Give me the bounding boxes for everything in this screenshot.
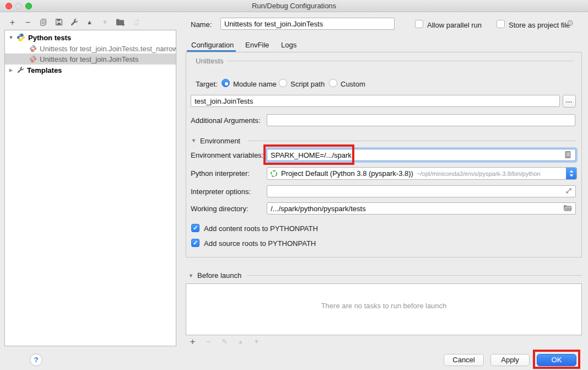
zoom-window-button[interactable]: [25, 3, 32, 9]
tree-item-unittests-test-narrow[interactable]: Unittests for test_join.JoinTests.test_n…: [5, 43, 176, 54]
expand-arrow-icon[interactable]: ▶: [8, 67, 14, 73]
task-move-down-button[interactable]: ▼: [252, 337, 261, 346]
tree-item-label: Python tests: [28, 34, 71, 42]
remove-task-button[interactable]: −: [204, 337, 213, 346]
remove-configuration-button[interactable]: −: [23, 18, 33, 27]
unittests-separator: [227, 61, 573, 61]
cancel-button[interactable]: Cancel: [444, 354, 484, 366]
tree-item-label: Unittests for test_join.JoinTests: [40, 55, 138, 63]
move-up-button[interactable]: ▲: [85, 18, 94, 27]
close-window-button[interactable]: [6, 3, 12, 9]
radio-custom-label: Custom: [341, 80, 365, 88]
copy-configuration-icon[interactable]: [39, 18, 48, 27]
tab-envfile[interactable]: EnvFile: [245, 41, 269, 49]
task-move-up-button[interactable]: ▲: [236, 337, 245, 346]
additional-arguments-input[interactable]: [267, 114, 575, 126]
store-as-project-file-label: Store as project file: [509, 21, 570, 29]
folder-icon[interactable]: [563, 205, 573, 213]
environment-separator: [248, 141, 576, 141]
tree-item-unittests-jointests-selected[interactable]: Unittests for test_join.JoinTests: [5, 53, 176, 65]
add-source-roots-checkbox[interactable]: ✓: [191, 239, 199, 247]
before-launch-empty-text: There are no tasks to run before launch: [186, 302, 581, 310]
before-launch-separator: [247, 275, 582, 276]
before-launch-task-list[interactable]: There are no tasks to run before launch: [186, 283, 582, 335]
radio-script-path-label: Script path: [290, 80, 325, 88]
gear-icon[interactable]: ⚙: [567, 18, 574, 28]
allow-parallel-run-label: Allow parallel run: [427, 21, 482, 29]
add-content-roots-checkbox[interactable]: ✓: [191, 224, 199, 232]
before-launch-section-label: Before launch: [197, 271, 241, 280]
configurations-toolbar: + − ▲ ▼ ↓ az: [8, 17, 141, 28]
allow-parallel-run-checkbox[interactable]: [415, 20, 423, 28]
add-content-roots-label: Add content roots to PYTHONPATH: [204, 224, 318, 233]
python-icon: [17, 33, 25, 42]
browse-button[interactable]: ...: [563, 95, 576, 108]
minimize-window-button[interactable]: [15, 3, 22, 9]
tree-item-templates[interactable]: ▶ Templates: [5, 65, 176, 76]
name-input[interactable]: [220, 18, 395, 30]
target-input[interactable]: [191, 95, 560, 107]
additional-arguments-label: Additional Arguments:: [191, 116, 260, 125]
radio-module-name[interactable]: [222, 79, 230, 87]
env-vars-editor-icon[interactable]: [564, 151, 571, 160]
tree-item-label: Templates: [27, 66, 62, 74]
python-interpreter-label: Python interpreter:: [191, 169, 250, 178]
window-title: Run/Debug Configurations: [252, 2, 336, 10]
environment-section-label: Environment: [200, 137, 240, 145]
collapse-arrow-icon[interactable]: ▼: [8, 35, 14, 40]
save-configuration-icon[interactable]: [54, 18, 63, 27]
wrench-icon: [17, 66, 24, 74]
python-test-icon: [29, 45, 37, 52]
sort-configurations-icon[interactable]: ↓ az: [131, 18, 141, 27]
environment-collapse-icon[interactable]: ▼: [191, 138, 196, 143]
tab-logs[interactable]: Logs: [281, 41, 296, 49]
radio-custom[interactable]: [329, 79, 337, 87]
python-interpreter-select[interactable]: Project Default (Python 3.8 (pyspark-3.8…: [267, 167, 577, 180]
python-interpreter-value: Project Default (Python 3.8 (pyspark-3.8…: [281, 169, 413, 178]
edit-templates-wrench-icon[interactable]: [69, 18, 79, 27]
ok-highlight-annotation: [533, 350, 580, 369]
before-launch-toolbar: + − ✎ ▲ ▼: [188, 336, 261, 346]
add-source-roots-label: Add source roots to PYTHONPATH: [204, 239, 316, 248]
interpreter-options-input[interactable]: [267, 185, 576, 197]
before-launch-collapse-icon[interactable]: ▼: [188, 273, 193, 278]
add-configuration-button[interactable]: +: [8, 18, 17, 27]
radio-module-name-label: Module name: [233, 80, 277, 88]
environment-variables-label: Environment variables:: [191, 151, 263, 159]
env-vars-highlight-annotation: [263, 144, 354, 165]
configurations-tree: ▼ Python tests Unittests for test_join.J…: [4, 30, 176, 346]
python-test-icon: [29, 55, 37, 63]
help-button[interactable]: ?: [30, 353, 42, 366]
radio-script-path[interactable]: [279, 79, 287, 87]
working-directory-label: Working directory:: [191, 205, 249, 213]
new-folder-icon[interactable]: [116, 18, 125, 27]
apply-button[interactable]: Apply: [490, 354, 530, 366]
add-task-button[interactable]: +: [188, 337, 197, 346]
interpreter-options-label: Interpreter options:: [191, 187, 251, 196]
tab-configuration[interactable]: Configuration: [191, 41, 234, 49]
tree-item-label: Unittests for test_join.JoinTests.test_n…: [40, 45, 176, 53]
title-bar: Run/Debug Configurations: [0, 0, 588, 12]
unittests-section-label: Unittests: [196, 57, 224, 65]
conda-env-icon: [270, 170, 278, 178]
store-as-project-file-checkbox[interactable]: [497, 20, 505, 28]
expand-field-icon[interactable]: [565, 187, 572, 196]
edit-task-pencil-icon[interactable]: ✎: [220, 337, 229, 346]
working-directory-input[interactable]: [267, 202, 576, 215]
move-down-button[interactable]: ▼: [100, 18, 110, 27]
python-interpreter-path: ~/opt/miniconda3/envs/pyspark-3.8/bin/py…: [417, 170, 541, 177]
name-label: Name:: [191, 20, 212, 29]
tree-item-python-tests[interactable]: ▼ Python tests: [5, 32, 176, 43]
select-stepper-icon[interactable]: [566, 168, 576, 179]
target-label: Target:: [196, 80, 218, 88]
